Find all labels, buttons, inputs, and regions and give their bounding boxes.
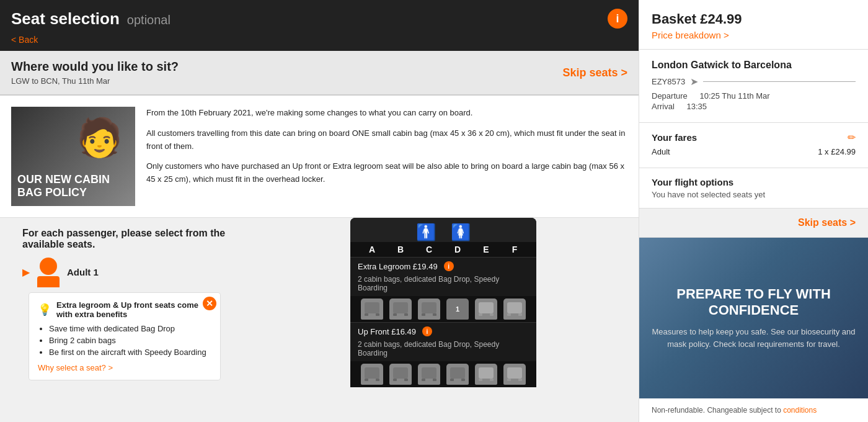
svg-rect-14 bbox=[518, 313, 522, 316]
seat-1e[interactable] bbox=[475, 299, 497, 320]
svg-rect-3 bbox=[393, 302, 408, 313]
tooltip-box: ✕ 💡 Extra legroom & Up front seats come … bbox=[29, 292, 221, 380]
extra-legroom-sublabel: 2 cabin bags, dedicated Bag Drop, Speedy… bbox=[350, 274, 536, 296]
svg-rect-12 bbox=[507, 302, 522, 313]
flight-arrival: Arrival 13:35 bbox=[652, 102, 856, 111]
sidebar-skip-link[interactable]: Skip seats > bbox=[798, 217, 856, 228]
tooltip-close-button[interactable]: ✕ bbox=[203, 297, 216, 310]
svg-rect-20 bbox=[404, 379, 408, 381]
col-label-c: C bbox=[418, 245, 440, 254]
svg-rect-22 bbox=[422, 379, 425, 381]
seat-2b[interactable] bbox=[389, 364, 412, 385]
bulb-icon: 💡 bbox=[38, 303, 51, 316]
adult-label: Adult bbox=[652, 147, 670, 156]
svg-rect-2 bbox=[376, 313, 379, 316]
tooltip-benefit-3: Be first on the aircraft with Speedy Boa… bbox=[49, 348, 211, 357]
flight-number: EZY8573 bbox=[652, 77, 685, 86]
extra-legroom-info-icon[interactable]: i bbox=[444, 261, 454, 271]
svg-rect-1 bbox=[365, 313, 368, 316]
skip-seats-link-top[interactable]: Skip seats > bbox=[562, 66, 627, 79]
fares-header: Your fares ✏ bbox=[652, 132, 856, 143]
fare-row-adult: Adult 1 x £24.99 bbox=[652, 147, 856, 156]
cabin-bag-text: From the 10th February 2021, we're makin… bbox=[146, 107, 627, 206]
price-breakdown-link[interactable]: Price breakdown > bbox=[652, 30, 729, 40]
svg-rect-31 bbox=[507, 379, 511, 381]
nonrefundable-link[interactable]: conditions bbox=[783, 406, 817, 415]
seat-right-col: 🚹 🚺 A B C D E F Extra Legroom £19.49 i bbox=[248, 218, 639, 422]
flight-departure: Departure 10:25 Thu 11th Mar bbox=[652, 91, 856, 101]
svg-rect-13 bbox=[507, 313, 511, 316]
sidebar-fares: Your fares ✏ Adult 1 x £24.99 bbox=[639, 123, 868, 168]
upfront-label: Up Front £16.49 i bbox=[350, 322, 536, 339]
departure-label: Departure bbox=[652, 91, 688, 101]
svg-rect-16 bbox=[365, 379, 368, 381]
seat-1d[interactable]: 1 bbox=[446, 299, 469, 320]
svg-rect-9 bbox=[479, 302, 494, 313]
svg-rect-27 bbox=[479, 367, 494, 379]
why-select-seat-link[interactable]: Why select a seat? > bbox=[38, 363, 113, 372]
header-back-row: < Back bbox=[0, 35, 639, 51]
svg-rect-25 bbox=[450, 379, 454, 381]
svg-rect-17 bbox=[376, 379, 379, 381]
sidebar-flight-info: London Gatwick to Barcelona EZY8573 ➤ De… bbox=[639, 50, 868, 123]
seat-row-2 bbox=[350, 361, 536, 387]
play-icon: ▶ bbox=[22, 266, 30, 278]
promo-title: PREPARE TO FLY WITH CONFIDENCE bbox=[652, 286, 856, 319]
svg-rect-5 bbox=[404, 313, 408, 316]
seat-1b[interactable] bbox=[389, 299, 412, 320]
sidebar: Basket £24.99 Price breakdown > London G… bbox=[639, 0, 868, 422]
svg-rect-23 bbox=[433, 379, 436, 381]
tooltip-benefit-1: Save time with dedicated Bag Drop bbox=[49, 324, 211, 333]
sidebar-skip: Skip seats > bbox=[639, 209, 868, 238]
seat-selection-body: For each passenger, please select from t… bbox=[0, 218, 639, 422]
flight-direction-icon: ➤ bbox=[690, 76, 698, 88]
seat-1a[interactable] bbox=[361, 299, 383, 320]
cabin-bag-img-text: OUR NEW CABIN BAG POLICY bbox=[17, 173, 129, 200]
svg-rect-15 bbox=[365, 367, 379, 379]
info-icon[interactable]: i bbox=[608, 9, 627, 29]
col-label-f: F bbox=[503, 245, 526, 254]
back-link[interactable]: < Back bbox=[11, 32, 38, 45]
upfront-sublabel: 2 cabin bags, dedicated Bag Drop, Speedy… bbox=[350, 339, 536, 361]
passenger-row: ▶ Adult 1 bbox=[22, 258, 226, 286]
svg-rect-18 bbox=[393, 367, 408, 379]
seat-1c[interactable] bbox=[418, 299, 440, 320]
svg-rect-11 bbox=[490, 313, 494, 316]
svg-rect-10 bbox=[479, 313, 482, 316]
seat-2e[interactable] bbox=[475, 364, 497, 385]
passenger-avatar bbox=[36, 258, 61, 286]
options-text: You have not selected seats yet bbox=[652, 190, 856, 199]
cabin-bag-para3: Only customers who have purchased an Up … bbox=[146, 160, 627, 186]
svg-rect-6 bbox=[422, 302, 436, 313]
col-label-e: E bbox=[475, 245, 497, 254]
flight-meta: EZY8573 ➤ bbox=[652, 76, 856, 88]
svg-rect-26 bbox=[461, 379, 465, 381]
person-icon-male: 🚹 bbox=[416, 223, 436, 242]
cabin-bag-section: 🧑 OUR NEW CABIN BAG POLICY From the 10th… bbox=[0, 96, 639, 218]
passenger-section-heading: For each passenger, please select from t… bbox=[22, 228, 226, 250]
seat-2f[interactable] bbox=[503, 364, 526, 385]
col-label-d: D bbox=[446, 245, 469, 254]
departure-time: 10:25 Thu 11th Mar bbox=[699, 91, 769, 101]
seat-intro-bar: Where would you like to sit? LGW to BCN,… bbox=[0, 51, 639, 96]
svg-rect-19 bbox=[393, 379, 397, 381]
seat-map-top: 🚹 🚺 bbox=[350, 218, 536, 242]
seat-left-col: For each passenger, please select from t… bbox=[0, 218, 248, 422]
flight-line bbox=[703, 81, 856, 82]
svg-rect-4 bbox=[393, 313, 397, 316]
upfront-info-icon[interactable]: i bbox=[422, 326, 432, 336]
basket-title: Basket £24.99 bbox=[652, 11, 856, 27]
passenger-section: For each passenger, please select from t… bbox=[11, 218, 237, 380]
seat-2a[interactable] bbox=[361, 364, 383, 385]
seat-2d[interactable] bbox=[446, 364, 469, 385]
seat-row-1: 1 bbox=[350, 296, 536, 322]
sidebar-promo: PREPARE TO FLY WITH CONFIDENCE Measures … bbox=[639, 238, 868, 398]
svg-rect-29 bbox=[490, 379, 494, 381]
passenger-label: Adult 1 bbox=[67, 267, 99, 277]
svg-rect-21 bbox=[422, 367, 436, 379]
seat-1f[interactable] bbox=[503, 299, 526, 320]
edit-icon[interactable]: ✏ bbox=[848, 132, 856, 143]
seat-map-graphic: 🚹 🚺 A B C D E F Extra Legroom £19.49 i bbox=[350, 218, 536, 387]
seat-2c[interactable] bbox=[418, 364, 440, 385]
cabin-bag-para2: All customers travelling from this date … bbox=[146, 127, 627, 153]
